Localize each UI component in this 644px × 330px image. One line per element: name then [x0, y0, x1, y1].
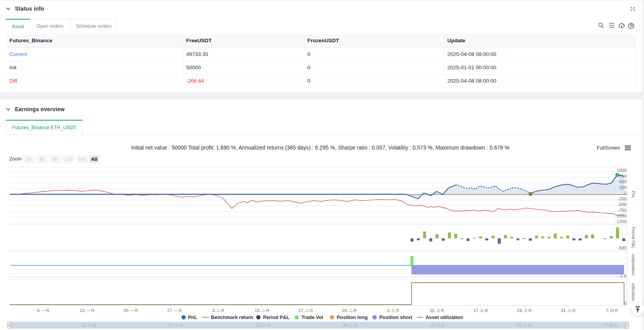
svg-text:24.: 24.	[517, 308, 523, 313]
svg-text:3h: 3h	[39, 156, 45, 162]
svg-text:-500: -500	[618, 202, 626, 207]
svg-text:17.: 17.	[473, 308, 479, 313]
svg-text:10.: 10.	[429, 308, 435, 313]
svg-text:0: 0	[624, 301, 626, 306]
svg-text:10.: 10.	[256, 323, 262, 328]
svg-text:Asset utilization: Asset utilization	[426, 315, 463, 320]
svg-text:24h: 24h	[78, 156, 87, 162]
svg-text:27.: 27.	[167, 308, 173, 313]
svg-text:6.: 6.	[37, 308, 41, 313]
svg-text:-500: -500	[618, 245, 626, 250]
svg-text:750: 750	[619, 174, 626, 179]
svg-text:Period P&L: Period P&L	[631, 227, 636, 249]
svg-text:12h: 12h	[64, 156, 73, 162]
svg-text:Initial net value : 50000 Tota: Initial net value : 50000 Total profit: …	[131, 145, 509, 151]
svg-text:-1.6: -1.6	[619, 274, 626, 278]
svg-text:vol/position: vol/position	[631, 254, 636, 275]
svg-text:27.: 27.	[168, 323, 174, 328]
svg-text:13.: 13.	[80, 308, 86, 313]
svg-text:utilization: utilization	[631, 283, 636, 301]
svg-text:Trade Vol: Trade Vol	[301, 315, 323, 320]
svg-text:FullScreen: FullScreen	[597, 145, 620, 151]
svg-text:-1250: -1250	[615, 219, 626, 224]
svg-text:10.: 10.	[255, 308, 261, 313]
svg-text:0: 0	[624, 191, 626, 195]
svg-text:-1000: -1000	[615, 213, 626, 218]
svg-text:31.: 31.	[561, 308, 567, 313]
svg-text:1h: 1h	[25, 156, 31, 162]
svg-text:Position long: Position long	[337, 315, 368, 320]
svg-text:13.: 13.	[81, 323, 87, 328]
svg-text:7.: 7.	[606, 308, 609, 313]
svg-text:250: 250	[619, 185, 626, 190]
svg-text:24.: 24.	[517, 323, 523, 328]
svg-text:3.: 3.	[212, 308, 216, 313]
svg-text:Benchmark return: Benchmark return	[211, 315, 253, 320]
svg-text:8h: 8h	[52, 156, 58, 162]
svg-text:7.: 7.	[605, 323, 609, 328]
svg-text:Zoom: Zoom	[9, 156, 22, 162]
svg-text:PnL: PnL	[631, 191, 636, 198]
svg-text:3.: 3.	[387, 308, 391, 313]
svg-text:24.: 24.	[343, 323, 348, 328]
svg-text:PnL: PnL	[188, 315, 197, 320]
svg-text:500: 500	[619, 179, 626, 184]
svg-text:Period P&L: Period P&L	[263, 315, 290, 320]
svg-text:20.: 20.	[123, 308, 129, 313]
svg-text:All: All	[91, 156, 97, 162]
svg-text:24.: 24.	[342, 308, 348, 313]
svg-text:-750: -750	[618, 208, 626, 213]
svg-text:10.: 10.	[430, 323, 436, 328]
svg-text:17.: 17.	[298, 308, 304, 313]
svg-text:1000: 1000	[617, 168, 626, 173]
svg-text:-250: -250	[618, 197, 626, 201]
svg-text:Position short: Position short	[379, 315, 413, 320]
